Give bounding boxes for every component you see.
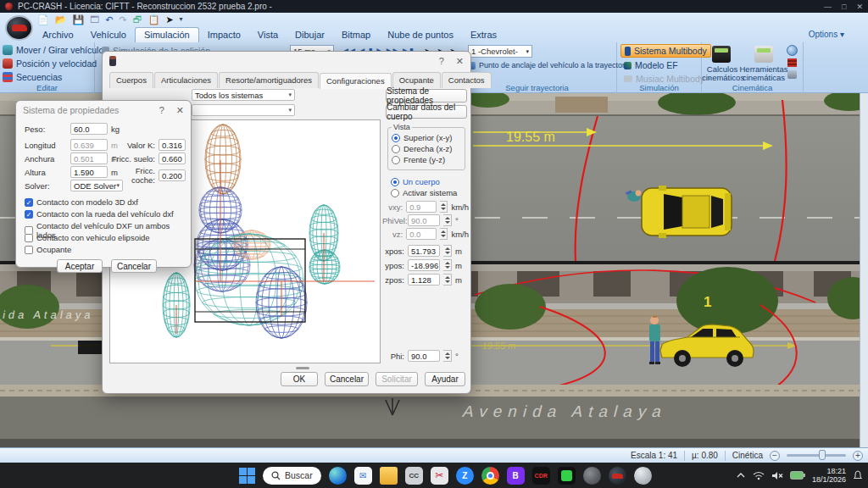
tab-simulacion[interactable]: Simulación — [135, 27, 199, 42]
help-button[interactable]: Ayudar — [425, 372, 465, 386]
tab-extras[interactable]: Extras — [462, 28, 505, 42]
corel-icon[interactable]: CDR — [532, 467, 550, 485]
tab-configuraciones[interactable]: Configuraciones — [320, 73, 392, 89]
spinner[interactable] — [440, 228, 448, 240]
vehicle-select[interactable]: 1 -Chevrolet-▾ — [468, 45, 532, 58]
sistema-multibody-button[interactable]: Sistema Multibody — [620, 44, 711, 58]
valork-field[interactable]: Valor K: 0.316 — [111, 139, 186, 151]
herramientas-cinematicas-button[interactable]: Herramientascinemáticas — [739, 65, 788, 82]
help-button[interactable]: ? — [439, 56, 444, 67]
edge-icon[interactable] — [329, 467, 347, 485]
open-folder-icon[interactable]: 📂 — [55, 14, 67, 25]
redo-icon[interactable]: ↷ — [119, 14, 126, 25]
spinner[interactable] — [440, 201, 448, 213]
cc-icon[interactable]: CC — [405, 467, 423, 485]
folder-icon[interactable] — [380, 467, 398, 485]
properties-dialog-titlebar[interactable]: Sistema de propiedades ? ✕ — [16, 101, 191, 119]
cancelar-button[interactable]: Cancelar — [111, 259, 157, 273]
car-top-view[interactable] — [642, 186, 732, 238]
zoom-slider[interactable] — [787, 454, 846, 457]
check-elipsoide[interactable]: Contacto con vehiculo elipsoide — [25, 233, 150, 242]
canvas-scroll-hint[interactable] — [296, 367, 309, 369]
apply-button[interactable]: Solicitar — [376, 372, 418, 386]
options-button[interactable]: Options ▾ — [809, 30, 844, 39]
spinner[interactable] — [443, 274, 452, 286]
tray-chevron-icon[interactable] — [736, 472, 746, 479]
tab-archivo[interactable]: Archivo — [34, 28, 82, 42]
aceptar-button[interactable]: Aceptar — [57, 259, 103, 273]
close-button[interactable]: ✕ — [176, 105, 184, 116]
tab-nube-de-puntos[interactable]: Nube de puntos — [379, 28, 462, 42]
tab-articulaciones[interactable]: Articulaciones — [154, 72, 218, 88]
qat-more-icon[interactable]: ▾ — [180, 14, 183, 25]
calculator-icon[interactable] — [712, 46, 731, 63]
zoom-app-icon[interactable]: Z — [456, 467, 474, 485]
cancel-button[interactable]: Cancelar — [325, 372, 369, 386]
check-modelo-3d[interactable]: ✓Contacto con modelo 3D dxf — [25, 197, 138, 207]
undo-icon[interactable]: ↶ — [105, 14, 113, 25]
spinner[interactable] — [443, 259, 452, 271]
systems-select[interactable]: Todos los sistemas▾ — [192, 89, 295, 101]
change-body-data-button[interactable]: Cambiar datos del cuerpo — [386, 105, 467, 119]
radio-superior[interactable]: Superior (x-y) — [392, 133, 461, 142]
speaker-muted-icon[interactable] — [771, 471, 783, 480]
modelo-ef-button[interactable]: Modelo EF — [624, 60, 678, 70]
radio-frente[interactable]: Frente (y-z) — [392, 155, 461, 164]
wifi-icon[interactable] — [753, 471, 765, 480]
tab-vista[interactable]: Vista — [249, 28, 287, 42]
vxy-field[interactable]: vxy: 0.9 km/h — [382, 201, 469, 213]
solver-field[interactable]: Solver: ODE Solver▾ — [25, 180, 123, 191]
spinner[interactable] — [443, 245, 452, 257]
zoom-slider-thumb[interactable] — [819, 450, 826, 460]
tab-impacto[interactable]: Impacto — [199, 28, 249, 42]
secuencias-button[interactable]: Secuencias — [3, 72, 62, 82]
vertical-scrollbar[interactable] — [860, 93, 868, 447]
dark-app-icon[interactable] — [583, 467, 601, 485]
altura-field[interactable]: Altura 1.590 m — [25, 166, 118, 178]
cursor-icon[interactable]: ➤ — [165, 14, 173, 25]
minimize-button[interactable]: — — [824, 3, 832, 11]
phivel-field[interactable]: PhiVel: 90.0 ° — [382, 214, 469, 226]
ok-button[interactable]: OK — [281, 372, 318, 386]
battery-icon[interactable] — [790, 471, 805, 480]
posicion-velocidad-button[interactable]: Posición y velocidad — [3, 58, 97, 69]
close-button[interactable]: ✕ — [456, 56, 464, 67]
copy-icon[interactable]: 🗗 — [133, 14, 142, 25]
chrome-icon[interactable] — [481, 467, 499, 485]
spinner[interactable] — [443, 214, 452, 226]
layers-icon[interactable] — [787, 58, 797, 67]
multibody-dialog-titlebar[interactable]: ? ✕ — [103, 52, 470, 70]
tool-mouse-icon[interactable] — [787, 70, 797, 79]
tab-resorte[interactable]: Resorte/amortiguadores — [219, 72, 319, 88]
check-ocupante[interactable]: Ocupante — [25, 245, 71, 254]
anchor-point-button[interactable]: Punto de anclaje del vehículo a la traye… — [468, 61, 631, 69]
tray-clock[interactable]: 18:21 18/1/2026 — [812, 467, 846, 484]
earth-icon[interactable] — [634, 467, 652, 485]
peso-field[interactable]: Peso: 60.0 kg — [25, 123, 120, 135]
calculator2-icon[interactable] — [754, 46, 773, 63]
paste-icon[interactable]: 📋 — [148, 14, 160, 25]
tab-bitmap[interactable]: Bitmap — [333, 28, 379, 42]
save-icon[interactable]: 💾 — [72, 14, 84, 25]
tab-vehiculo[interactable]: Vehículo — [82, 28, 135, 42]
chip-app-icon[interactable] — [558, 467, 576, 485]
clock-icon[interactable] — [787, 45, 798, 56]
zpos-field[interactable]: zpos: 1.128 m — [382, 274, 469, 286]
calculos-cinematicos-button[interactable]: Calculoscinemáticos — [702, 65, 743, 82]
b-app-icon[interactable]: B — [507, 467, 525, 485]
pccrash-taskbar-icon[interactable] — [609, 467, 626, 485]
phi-field[interactable]: Phi: 90.0 ° — [382, 350, 469, 362]
mail-icon[interactable]: ✉ — [354, 467, 372, 485]
zoom-out-button[interactable]: − — [770, 451, 780, 461]
notification-bell-icon[interactable] — [853, 470, 863, 480]
radio-activar-sistema[interactable]: Activar sistema — [391, 188, 457, 197]
new-doc-icon[interactable]: 📄 — [37, 14, 49, 25]
body-select[interactable]: ▾ — [192, 104, 295, 116]
taskbar-search[interactable]: Buscar — [263, 467, 321, 485]
radio-derecha[interactable]: Derecha (x-z) — [392, 144, 461, 153]
zoom-in-button[interactable]: + — [853, 451, 863, 461]
fricc-suelo-field[interactable]: Fricc. suelo: 0.660 — [111, 152, 186, 164]
export-icon[interactable]: 🗔 — [90, 14, 99, 25]
help-button[interactable]: ? — [159, 105, 164, 116]
vz-field[interactable]: vz: 0.0 km/h — [382, 228, 469, 240]
